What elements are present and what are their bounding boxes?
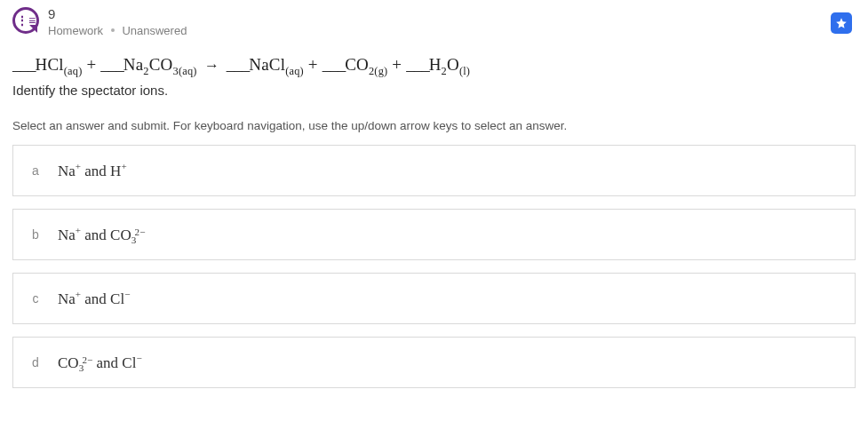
answer-option-b[interactable]: b Na+ and CO32−	[12, 209, 856, 260]
option-key: b	[13, 227, 58, 242]
question-icon: ⋮≡	[12, 7, 39, 34]
option-content: Na+ and Cl−	[58, 289, 130, 308]
option-key: d	[13, 355, 58, 370]
answer-option-a[interactable]: a Na+ and H+	[12, 145, 856, 196]
answer-option-c[interactable]: c Na+ and Cl−	[12, 273, 856, 324]
separator-dot	[111, 28, 115, 32]
option-content: Na+ and H+	[58, 161, 127, 180]
list-icon: ⋮≡	[16, 14, 36, 27]
chemical-equation: ___HCl(aq) + ___Na2CO3(aq) → ___NaCl(aq)…	[0, 37, 868, 82]
answer-instructions: Select an answer and submit. For keyboar…	[0, 98, 868, 145]
question-header: ⋮≡ 9 Homework Unanswered	[0, 0, 868, 37]
option-key: c	[13, 291, 58, 306]
question-meta: 9 Homework Unanswered	[48, 7, 187, 37]
star-icon	[835, 17, 848, 29]
option-key: a	[13, 163, 58, 178]
question-category: Homework	[48, 24, 103, 37]
question-meta-line: Homework Unanswered	[48, 24, 187, 37]
option-content: Na+ and CO32−	[58, 225, 145, 244]
answer-options: a Na+ and H+ b Na+ and CO32− c Na+ and C…	[0, 145, 868, 388]
question-prompt: Identify the spectator ions.	[0, 81, 868, 98]
question-status: Unanswered	[122, 24, 187, 37]
question-number: 9	[48, 7, 187, 22]
bookmark-button[interactable]	[831, 12, 852, 34]
answer-option-d[interactable]: d CO32− and Cl−	[12, 337, 856, 388]
option-content: CO32− and Cl−	[58, 353, 142, 372]
